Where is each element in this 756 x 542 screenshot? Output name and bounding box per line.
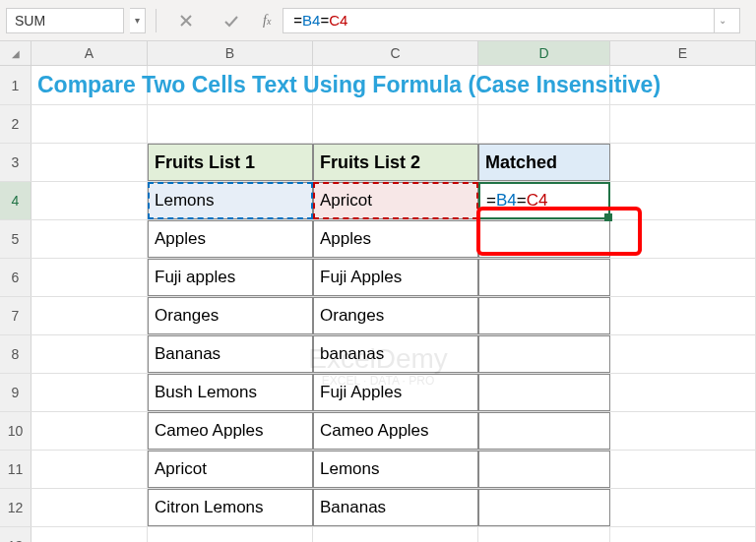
- cell-B2[interactable]: [148, 105, 313, 143]
- cell-D5[interactable]: [478, 220, 610, 258]
- cell-D12[interactable]: [478, 489, 610, 526]
- cell-A8[interactable]: [32, 335, 148, 373]
- divider: [156, 9, 157, 32]
- cell-E7[interactable]: [610, 297, 756, 334]
- cell-E13[interactable]: [610, 527, 756, 542]
- cell-B4[interactable]: Lemons: [148, 182, 313, 219]
- cell-C8[interactable]: bananas: [313, 335, 478, 373]
- cell-C11[interactable]: Lemons: [313, 451, 478, 488]
- formula-ref-c4: C4: [329, 12, 347, 29]
- col-header-D[interactable]: D: [478, 41, 610, 65]
- col-header-C[interactable]: C: [313, 41, 478, 65]
- cell-E6[interactable]: [610, 259, 756, 296]
- fx-icon[interactable]: fx: [257, 13, 277, 29]
- cell-A6[interactable]: [32, 259, 148, 296]
- cell-C6[interactable]: Fuji Apples: [313, 259, 478, 296]
- enter-icon[interactable]: [212, 7, 251, 34]
- row-9: 9 Bush Lemons Fuji Apples: [0, 374, 756, 412]
- cell-B8[interactable]: Bananas: [148, 335, 313, 373]
- cell-A7[interactable]: [32, 297, 148, 334]
- cell-E3[interactable]: [610, 144, 756, 181]
- cell-C9[interactable]: Fuji Apples: [313, 374, 478, 411]
- row-header-2[interactable]: 2: [0, 105, 32, 143]
- row-10: 10 Cameo Apples Cameo Apples: [0, 412, 756, 451]
- cell-D3[interactable]: Matched: [478, 144, 610, 181]
- cell-B11[interactable]: Apricot: [148, 451, 313, 488]
- name-box[interactable]: SUM: [6, 8, 124, 33]
- cell-B10[interactable]: Cameo Apples: [148, 412, 313, 450]
- cell-E2[interactable]: [610, 105, 756, 143]
- cell-B13[interactable]: [148, 527, 313, 542]
- cell-D11[interactable]: [478, 451, 610, 488]
- cell-C4[interactable]: Apricot: [313, 182, 478, 219]
- fill-handle[interactable]: [604, 213, 612, 221]
- cell-B9[interactable]: Bush Lemons: [148, 374, 313, 411]
- row-header-12[interactable]: 12: [0, 489, 32, 526]
- cell-D13[interactable]: [478, 527, 610, 542]
- col-header-A[interactable]: A: [32, 41, 148, 65]
- cell-D7[interactable]: [478, 297, 610, 334]
- cell-C10[interactable]: Cameo Apples: [313, 412, 478, 450]
- row-header-9[interactable]: 9: [0, 374, 32, 411]
- row-6: 6 Fuji apples Fuji Apples: [0, 259, 756, 297]
- name-box-dropdown[interactable]: ▾: [130, 8, 146, 33]
- row-header-5[interactable]: 5: [0, 220, 32, 258]
- cell-D9[interactable]: [478, 374, 610, 411]
- cell-A10[interactable]: [32, 412, 148, 450]
- row-header-13[interactable]: 13: [0, 527, 32, 542]
- row-12: 12 Citron Lemons Bananas: [0, 489, 756, 527]
- formula-bar-row: SUM ▾ fx =B4=C4 ⌄: [0, 0, 756, 41]
- cell-A2[interactable]: [32, 105, 148, 143]
- cell-D6[interactable]: [478, 259, 610, 296]
- cell-A9[interactable]: [32, 374, 148, 411]
- cell-D2[interactable]: [478, 105, 610, 143]
- cell-B5[interactable]: Apples: [148, 220, 313, 258]
- page-title: Compare Two Cells Text Using Formula (Ca…: [37, 72, 661, 98]
- row-13: 13: [0, 527, 756, 542]
- row-header-3[interactable]: 3: [0, 144, 32, 181]
- cell-A12[interactable]: [32, 489, 148, 526]
- cell-A5[interactable]: [32, 220, 148, 258]
- row-header-7[interactable]: 7: [0, 297, 32, 334]
- cell-E9[interactable]: [610, 374, 756, 411]
- row-header-8[interactable]: 8: [0, 335, 32, 373]
- cell-E5[interactable]: [610, 220, 756, 258]
- select-all-corner[interactable]: ◢: [0, 41, 32, 65]
- cell-C7[interactable]: Oranges: [313, 297, 478, 334]
- cell-C3[interactable]: Fruits List 2: [313, 144, 478, 181]
- cell-C5[interactable]: Apples: [313, 220, 478, 258]
- cell-B12[interactable]: Citron Lemons: [148, 489, 313, 526]
- cell-A4[interactable]: [32, 182, 148, 219]
- cell-E10[interactable]: [610, 412, 756, 450]
- cell-C13[interactable]: [313, 527, 478, 542]
- row-3: 3 Fruits List 1 Fruits List 2 Matched: [0, 144, 756, 182]
- cell-A11[interactable]: [32, 451, 148, 488]
- formula-bar-expand-icon[interactable]: ⌄: [714, 8, 729, 33]
- row-header-11[interactable]: 11: [0, 451, 32, 488]
- row-header-10[interactable]: 10: [0, 412, 32, 450]
- cell-C12[interactable]: Bananas: [313, 489, 478, 526]
- cell-E12[interactable]: [610, 489, 756, 526]
- cell-D10[interactable]: [478, 412, 610, 450]
- cell-E11[interactable]: [610, 451, 756, 488]
- row-header-1[interactable]: 1: [0, 66, 32, 104]
- cell-A3[interactable]: [32, 144, 148, 181]
- name-box-value: SUM: [15, 13, 45, 29]
- row-8: 8 Bananas bananas: [0, 335, 756, 374]
- col-header-B[interactable]: B: [148, 41, 313, 65]
- col-header-E[interactable]: E: [610, 41, 756, 65]
- cell-E8[interactable]: [610, 335, 756, 373]
- formula-bar-input[interactable]: =B4=C4 ⌄: [283, 8, 740, 33]
- cell-B7[interactable]: Oranges: [148, 297, 313, 334]
- cell-D4-editing[interactable]: =B4=C4: [478, 182, 610, 219]
- cancel-icon[interactable]: [166, 7, 206, 34]
- row-5: 5 Apples Apples: [0, 220, 756, 259]
- cell-A13[interactable]: [32, 527, 148, 542]
- cell-C2[interactable]: [313, 105, 478, 143]
- cell-D8[interactable]: [478, 335, 610, 373]
- cell-B6[interactable]: Fuji apples: [148, 259, 313, 296]
- cell-E4[interactable]: [610, 182, 756, 219]
- cell-B3[interactable]: Fruits List 1: [148, 144, 313, 181]
- row-header-4[interactable]: 4: [0, 182, 32, 219]
- row-header-6[interactable]: 6: [0, 259, 32, 296]
